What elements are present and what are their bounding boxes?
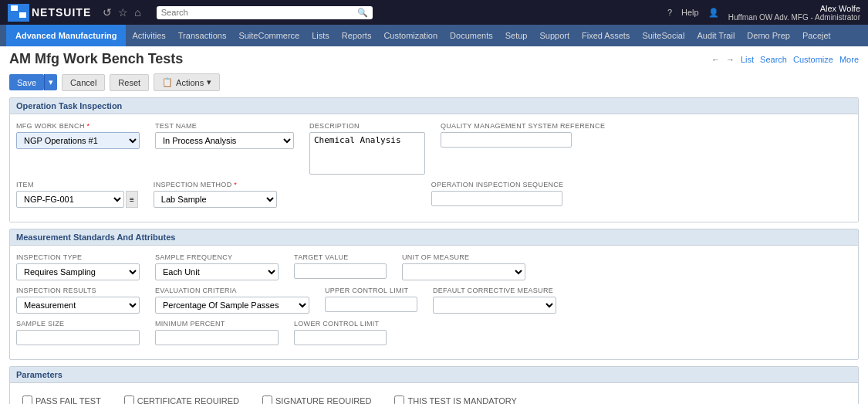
nav-transactions[interactable]: Transactions [172,25,233,46]
test-name-field: TEST NAME In Process Analysis [155,122,294,175]
nav-suitecommerce[interactable]: SuiteCommerce [232,25,306,46]
evaluation-criteria-select[interactable]: Percentage Of Sample Passes [155,297,309,314]
nav-demo-prep[interactable]: Demo Prep [741,25,796,46]
evaluation-criteria-label: EVALUATION CRITERIA [155,287,309,294]
nav-activities[interactable]: Activities [126,25,171,46]
lower-control-limit-label: LOWER CONTROL LIMIT [294,320,387,328]
back-arrow[interactable]: ← [711,55,720,64]
test-name-select[interactable]: In Process Analysis [155,132,294,149]
nav-setup[interactable]: Setup [499,25,534,46]
nav-support[interactable]: Support [533,25,576,46]
test-mandatory-label: THIS TEST IS MANDATORY [407,396,516,405]
nav-audit-trail[interactable]: Audit Trail [691,25,741,46]
inspection-results-select[interactable]: Measurement [16,297,140,314]
minimum-percent-input[interactable]: 70 [155,330,279,345]
quality-mgmt-field: QUALITY MANAGEMENT SYSTEM REFERENCE [441,122,605,175]
measurement-body: INSPECTION TYPE Requires Sampling SAMPLE… [10,246,858,359]
item-select[interactable]: NGP-FG-001 [16,191,124,208]
forward-arrow[interactable]: → [726,55,735,64]
operation-inspection-input[interactable] [431,191,562,206]
default-corrective-label: DEFAULT CORRECTIVE MEASURE [433,287,556,294]
parameters-header: Parameters [10,367,858,383]
unit-of-measure-label: UNIT OF MEASURE [402,253,525,261]
sample-frequency-select[interactable]: Each Unit [155,263,279,280]
test-mandatory-checkbox-item[interactable]: THIS TEST IS MANDATORY [394,396,516,404]
item-input-group: NGP-FG-001 ≡ [16,191,138,208]
customize-link[interactable]: Customize [793,55,833,64]
measurement-row-3: SAMPLE SIZE 1 MINIMUM PERCENT 70 LOWER C… [16,320,852,345]
unit-of-measure-select[interactable] [402,263,525,280]
inspection-results-label: INSPECTION RESULTS [16,287,140,294]
target-value-field: TARGET VALUE 90 [294,253,387,280]
nav-documents[interactable]: Documents [444,25,499,46]
nav-reports[interactable]: Reports [336,25,378,46]
help-icon[interactable]: ? [667,8,672,17]
main-nav: Advanced Manufacturing Activities Transa… [0,25,868,46]
signature-required-checkbox-item[interactable]: SIGNATURE REQUIRED [262,396,371,404]
inspection-type-select[interactable]: Requires Sampling [16,263,140,280]
nav-lists[interactable]: Lists [306,25,336,46]
svg-rect-3 [19,12,26,18]
top-bar: NETSUITE ↺ ☆ ⌂ 🔍 ? Help 👤 Alex Wolfe Huf… [0,0,868,25]
test-mandatory-checkbox[interactable] [394,396,404,404]
quality-mgmt-label: QUALITY MANAGEMENT SYSTEM REFERENCE [441,122,605,130]
user-info: Alex Wolfe Huffman OW Adv. MFG - Adminis… [728,4,860,22]
minimum-percent-label: MINIMUM PERCENT [155,320,279,328]
mfg-work-bench-label: MFG WORK BENCH * [16,122,140,130]
nav-advanced-manufacturing[interactable]: Advanced Manufacturing [6,25,126,46]
page-content: AM Mfg Work Bench Tests ← → List Search … [0,46,868,404]
actions-icon: 📋 [162,77,173,87]
cancel-button[interactable]: Cancel [62,74,105,91]
list-link[interactable]: List [741,55,754,64]
inspection-method-select[interactable]: Lab Sample [154,191,277,208]
upper-control-limit-label: UPPER CONTROL LIMIT [325,287,417,294]
save-dropdown-button[interactable]: ▾ [44,74,57,90]
star-icon[interactable]: ☆ [118,6,128,19]
lower-control-limit-input[interactable]: 70 [294,330,387,345]
save-button[interactable]: Save [9,74,44,90]
target-value-input[interactable]: 90 [294,263,387,279]
top-bar-icons: ↺ ☆ ⌂ [103,6,140,19]
sample-size-input[interactable]: 1 [16,330,140,345]
nav-suitesocial[interactable]: SuiteSocial [636,25,691,46]
default-corrective-select[interactable] [433,297,556,314]
signature-required-checkbox[interactable] [262,396,272,404]
more-link[interactable]: More [839,55,859,64]
operation-task-body: MFG WORK BENCH * NGP Operations #1 TEST … [10,114,858,222]
certificate-required-checkbox[interactable] [124,396,134,404]
home-icon[interactable]: ⌂ [134,6,140,19]
help-label[interactable]: Help [681,8,699,17]
logo[interactable]: NETSUITE [8,4,91,22]
measurement-header: Measurement Standards And Attributes [10,229,858,246]
item-list-btn[interactable]: ≡ [126,191,138,208]
save-group: Save ▾ [9,74,57,90]
action-bar: Save ▾ Cancel Reset 📋 Actions ▾ [0,70,868,97]
logo-text: NETSUITE [32,6,91,19]
quality-mgmt-input[interactable] [441,132,572,148]
operation-inspection-field: OPERATION INSPECTION SEQUENCE [431,181,564,208]
pass-fail-checkbox-item[interactable]: PASS FAIL TEST [22,396,101,404]
description-textarea[interactable]: Chemical Analysis [309,132,425,175]
unit-of-measure-field: UNIT OF MEASURE [402,253,525,280]
measurement-section: Measurement Standards And Attributes INS… [9,229,859,360]
upper-control-limit-field: UPPER CONTROL LIMIT 100 [325,287,417,314]
actions-button[interactable]: 📋 Actions ▾ [154,73,220,91]
certificate-required-checkbox-item[interactable]: CERTIFICATE REQUIRED [124,396,239,404]
mfg-work-bench-select[interactable]: NGP Operations #1 [16,132,140,149]
search-icon[interactable]: 🔍 [357,8,368,18]
pass-fail-checkbox[interactable] [22,396,32,404]
reset-button[interactable]: Reset [110,74,149,91]
certificate-required-label: CERTIFICATE REQUIRED [137,396,239,405]
measurement-row-1: INSPECTION TYPE Requires Sampling SAMPLE… [16,253,852,280]
upper-control-limit-input[interactable]: 100 [325,297,417,312]
nav-fixed-assets[interactable]: Fixed Assets [576,25,636,46]
nav-customization[interactable]: Customization [377,25,444,46]
user-avatar: 👤 [708,8,719,18]
search-link[interactable]: Search [760,55,787,64]
nav-pacejet[interactable]: Pacejet [796,25,837,46]
history-icon[interactable]: ↺ [103,6,112,19]
checkbox-row: PASS FAIL TEST CERTIFICATE REQUIRED SIGN… [16,389,852,404]
mfg-work-bench-field: MFG WORK BENCH * NGP Operations #1 [16,122,140,175]
form-row-2: ITEM NGP-FG-001 ≡ INSPECTION METHOD * [16,181,852,208]
search-input[interactable] [161,8,357,17]
